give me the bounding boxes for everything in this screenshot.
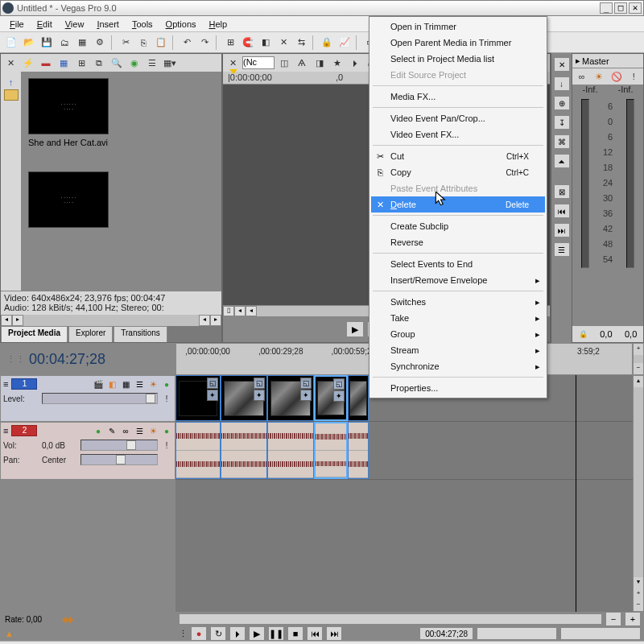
pan-crop-icon[interactable]: ◱	[254, 378, 265, 389]
close-button[interactable]: ✕	[629, 2, 642, 14]
up-arrow-icon[interactable]: ↑	[5, 76, 18, 88]
media-item[interactable]: · · · · · ·· · · ·	[28, 171, 117, 228]
mute-icon[interactable]: ●	[161, 378, 172, 390]
audio-clip[interactable]	[221, 422, 267, 479]
audio-lane[interactable]	[175, 422, 633, 480]
ctx-open-parent-media-in-trimmer[interactable]: Open Parent Media in Trimmer	[371, 35, 545, 51]
mute-icon[interactable]: ●	[161, 425, 172, 436]
ctx-select-events-to-end[interactable]: Select Events to End	[371, 256, 545, 272]
gear-icon[interactable]: ☀	[147, 378, 159, 390]
scroll-left2-icon[interactable]: ◂	[199, 315, 210, 326]
playhead[interactable]	[576, 375, 576, 612]
menu-file[interactable]: File	[3, 18, 31, 31]
menu-options[interactable]: Options	[159, 18, 203, 31]
ctx-cut[interactable]: ✂CutCtrl+X	[371, 148, 545, 164]
timeline-timecode[interactable]: 00:04:27;28	[29, 351, 105, 368]
scroll-right2-icon[interactable]: ▸	[210, 315, 221, 326]
master-out-icon[interactable]: ∞	[574, 68, 590, 85]
ctx-media-fx-[interactable]: Media FX...	[371, 89, 545, 105]
ctx-reverse[interactable]: Reverse	[371, 234, 545, 250]
pm-views-icon[interactable]: ▦▾	[162, 55, 178, 71]
lock-icon[interactable]: 🔒	[579, 330, 588, 338]
automation-icon[interactable]: ☰	[134, 378, 145, 390]
master-mute-icon[interactable]: 🚫	[609, 68, 625, 85]
lock-button[interactable]: 🔒	[319, 35, 335, 51]
preview-fav-icon[interactable]: ★	[329, 55, 345, 71]
tc-sel-len[interactable]	[560, 627, 641, 640]
pm-btn5[interactable]: ⧉	[91, 55, 107, 71]
audio-clip[interactable]	[267, 422, 314, 479]
envelope-button[interactable]: 📈	[336, 35, 353, 51]
pm-btn8[interactable]: ☰	[144, 55, 160, 71]
pm-search-icon[interactable]: 🔍	[109, 55, 125, 71]
track-content[interactable]: ◱✦ ◱✦ ◱✦ ◱✦	[175, 375, 633, 612]
solo-icon[interactable]: !	[161, 394, 172, 403]
undo-button[interactable]: ↶	[179, 35, 195, 51]
snap-button[interactable]: ⊞	[222, 35, 238, 51]
master-gear-icon[interactable]: ☀	[592, 68, 608, 85]
close-panel-button[interactable]: ✕	[2, 55, 19, 71]
paste-button[interactable]: 📋	[153, 35, 169, 51]
scrollbtn[interactable]: ▯	[223, 306, 234, 316]
ripple-button[interactable]: ⇆	[293, 35, 309, 51]
timeline-vscroll[interactable]: ▴▾+−	[633, 375, 644, 612]
pm-fx-icon[interactable]: ◉	[126, 55, 142, 71]
magnet-button[interactable]: 🧲	[240, 35, 256, 51]
pm-btn4[interactable]: ⊞	[73, 55, 89, 71]
preview-mode-icon[interactable]: ◫	[276, 55, 292, 71]
saveall-button[interactable]: 🗂	[56, 35, 72, 51]
render-button[interactable]: ▦	[74, 35, 90, 51]
ctx-create-subclip[interactable]: Create Subclip	[371, 218, 545, 234]
scroll-left-icon[interactable]: ◂	[1, 315, 12, 326]
event-fx-icon[interactable]: ✦	[333, 390, 345, 402]
video-clip[interactable]: ◱✦	[267, 375, 314, 421]
tl-go-start[interactable]: ⏮	[307, 626, 323, 641]
pm-scrollbar[interactable]: ◂ ▸ ◂ ▸	[1, 315, 221, 326]
event-fx-icon[interactable]: ✦	[207, 390, 218, 401]
redo-button[interactable]: ↷	[196, 35, 213, 51]
ctx-insert-remove-envelope[interactable]: Insert/Remove Envelope▸	[371, 272, 545, 288]
grip-icon[interactable]: ⋮	[179, 629, 188, 639]
menu-view[interactable]: View	[59, 18, 91, 31]
rt-btn6[interactable]: ⊠	[554, 184, 570, 199]
tl-go-end[interactable]: ⏭	[326, 626, 342, 641]
menu-edit[interactable]: Edit	[31, 18, 59, 31]
pan-crop-icon[interactable]: ◱	[300, 378, 312, 389]
rt-btn3[interactable]: ↧	[554, 115, 570, 130]
arm-record-icon[interactable]: ●	[93, 425, 104, 436]
rt-btn9[interactable]: ☰	[554, 242, 570, 257]
ctx-properties-[interactable]: Properties...	[371, 380, 545, 396]
rt-close[interactable]: ✕	[554, 57, 570, 72]
video-clip[interactable]: ◱✦	[175, 375, 221, 421]
hscroll-minus[interactable]: −	[605, 612, 621, 626]
folder-icon[interactable]	[4, 89, 19, 101]
event-fx-icon[interactable]: ✦	[300, 390, 312, 401]
preview-combo[interactable]: (Nc	[242, 56, 275, 69]
play-button[interactable]: ▶	[346, 321, 364, 337]
master-solo-icon[interactable]: !	[626, 68, 642, 85]
bypass-motion-icon[interactable]: 🎬	[93, 378, 104, 390]
record-button[interactable]: ●	[191, 626, 207, 641]
track-grip-icon[interactable]: ≡	[3, 379, 8, 389]
timeline-zoom-scrollbar[interactable]: + −	[633, 343, 644, 375]
preview-char-icon[interactable]: Ѧ	[294, 55, 310, 71]
open-button[interactable]: 📂	[21, 35, 37, 51]
pm-props-icon[interactable]: ⚡	[20, 55, 36, 71]
cut-button[interactable]: ✂	[118, 35, 134, 51]
ctx-delete[interactable]: ✕DeleteDelete	[371, 196, 545, 213]
crossfade-button[interactable]: ✕	[275, 35, 291, 51]
rt-btn4[interactable]: ⌘	[554, 134, 570, 149]
rt-dim-icon[interactable]: ⏶	[554, 154, 570, 168]
pm-remove-icon[interactable]: ▬	[38, 55, 54, 71]
tl-play-start[interactable]: ⏵	[229, 626, 246, 641]
props-button[interactable]: ⚙	[92, 35, 108, 51]
tl-pause[interactable]: ❚❚	[268, 626, 284, 641]
tc-pos[interactable]: 00:04:27;28	[419, 627, 473, 640]
save-button[interactable]: 💾	[39, 35, 55, 51]
copy-button[interactable]: ⎘	[135, 35, 151, 51]
menu-insert[interactable]: Insert	[90, 18, 126, 31]
automation-icon[interactable]: ☰	[134, 425, 145, 436]
ctx-synchronize[interactable]: Synchronize▸	[371, 358, 545, 374]
audio-track-header[interactable]: ≡ 2 ● ✎ ∞ ☰ ☀ ● Vol: 0,0 dB	[0, 422, 175, 480]
menu-help[interactable]: Help	[203, 18, 234, 31]
